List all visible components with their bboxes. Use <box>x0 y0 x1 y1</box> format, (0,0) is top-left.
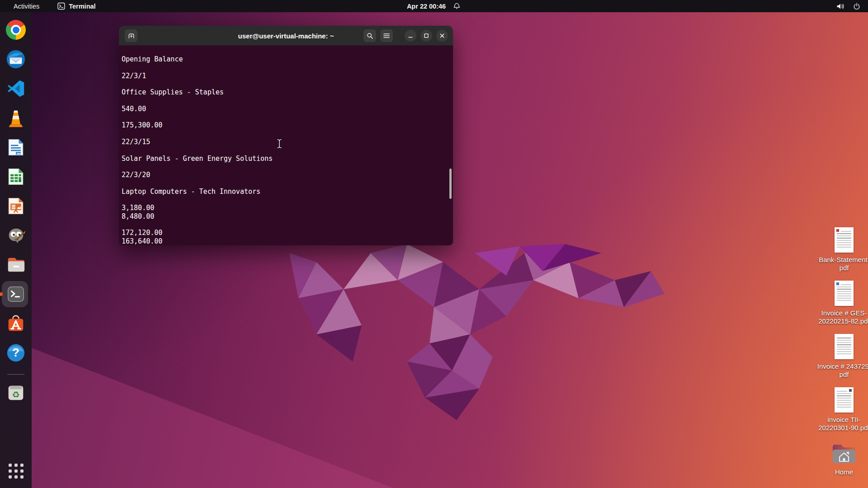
ubuntu-software-icon <box>5 313 26 334</box>
system-menu[interactable] <box>836 0 868 12</box>
new-tab-button[interactable] <box>125 29 137 42</box>
power-icon <box>853 2 861 10</box>
hamburger-menu-icon <box>383 33 390 38</box>
close-icon <box>440 33 444 38</box>
maximize-button[interactable] <box>420 30 432 42</box>
home-folder-icon <box>831 441 857 465</box>
running-indicator-dot <box>0 292 3 296</box>
desktop-icon-label: Invoice # GES-20220215-82.pdf <box>818 309 868 325</box>
dock-item-gimp[interactable] <box>5 225 27 246</box>
libreoffice-impress-icon <box>6 196 26 216</box>
dock-item-libreoffice-impress[interactable] <box>5 195 27 217</box>
desktop-icon-invoice-tii-pdf[interactable]: invoice TII-20220301-90.pdf <box>814 385 868 438</box>
libreoffice-writer-icon <box>6 137 26 157</box>
desktop-icon-label: Invoice # 243729.pdf <box>817 362 868 379</box>
terminal-headerbar[interactable]: user@user-virtual-machine: ~ <box>119 26 453 46</box>
dock-item-show-applications[interactable] <box>5 460 27 482</box>
terminal-app-icon <box>57 2 65 10</box>
gimp-icon <box>5 225 26 246</box>
chrome-icon <box>6 20 26 40</box>
pdf-file-icon <box>835 281 854 306</box>
focused-app-label: Terminal <box>69 3 95 10</box>
desktop-icon-invoice-ges-pdf[interactable]: Invoice # GES-20220215-82.pdf <box>814 278 868 331</box>
dock-item-files[interactable] <box>5 254 27 276</box>
close-button[interactable] <box>436 30 448 42</box>
search-button[interactable] <box>363 29 376 42</box>
search-icon <box>367 33 373 39</box>
pdf-file-icon <box>835 387 854 413</box>
dock-item-ubuntu-software[interactable] <box>5 313 27 334</box>
clock-label: Apr 22 00:46 <box>407 3 446 10</box>
libreoffice-calc-icon <box>6 167 26 187</box>
svg-text:?: ? <box>12 346 19 359</box>
dock-item-libreoffice-calc[interactable] <box>5 166 27 188</box>
svg-text:♻: ♻ <box>12 389 19 400</box>
desktop-icon-label: Home <box>835 468 853 476</box>
vscode-icon <box>5 78 26 99</box>
volume-icon <box>836 2 845 10</box>
desktop-icons: Bank-Statement.pdf Invoice # GES-2022021… <box>814 225 868 488</box>
desktop: { "topbar": { "activities_label": "Activ… <box>0 0 868 488</box>
dock-item-libreoffice-writer[interactable] <box>5 136 27 158</box>
vlc-icon <box>5 108 26 128</box>
minimize-button[interactable] <box>405 30 416 42</box>
dock-item-help[interactable]: ? <box>5 342 27 364</box>
thunderbird-icon <box>5 49 26 70</box>
dock-item-terminal[interactable] <box>5 283 27 305</box>
text-cursor-pointer <box>276 139 283 149</box>
desktop-icon-invoice-243729-pdf[interactable]: Invoice # 243729.pdf <box>814 331 868 385</box>
terminal-scrollbar[interactable] <box>449 169 452 199</box>
menu-button[interactable] <box>380 29 393 42</box>
dock-item-vlc[interactable] <box>5 107 27 129</box>
trash-icon: ♻ <box>5 382 26 403</box>
notifications-bell-icon <box>453 2 461 10</box>
pdf-file-icon <box>835 334 854 359</box>
focused-app-menu[interactable]: Terminal <box>57 2 95 10</box>
new-tab-icon <box>128 33 135 39</box>
show-applications-icon <box>9 464 24 479</box>
dock-item-vscode[interactable] <box>5 78 27 99</box>
dock: ? ♻ <box>0 12 32 488</box>
terminal-icon <box>5 284 26 305</box>
dock-item-thunderbird[interactable] <box>5 48 27 70</box>
maximize-icon <box>424 33 429 38</box>
pdf-file-icon <box>835 227 854 253</box>
clock-menu[interactable]: Apr 22 00:46 <box>407 0 461 12</box>
activities-button[interactable]: Activities <box>11 3 42 10</box>
files-icon <box>5 254 26 275</box>
terminal-window: user@user-virtual-machine: ~ <box>119 26 453 245</box>
desktop-icon-bank-statement-pdf[interactable]: Bank-Statement.pdf <box>814 225 868 278</box>
desktop-icon-label: invoice TII-20220301-90.pdf <box>818 416 868 432</box>
terminal-output[interactable]: Opening Balance 22/3/1 Office Supplies -… <box>119 46 453 245</box>
desktop-icon-label: Bank-Statement.pdf <box>819 256 868 272</box>
dock-item-trash[interactable]: ♻ <box>5 382 27 404</box>
window-title: user@user-virtual-machine: ~ <box>238 26 334 46</box>
desktop-icon-home-folder[interactable]: Home <box>814 438 868 488</box>
help-icon: ? <box>5 343 26 363</box>
top-bar: Activities Terminal Apr 22 00:46 <box>0 0 868 12</box>
dock-item-chrome[interactable] <box>5 19 27 41</box>
minimize-icon <box>408 33 413 38</box>
dock-divider <box>7 374 24 375</box>
